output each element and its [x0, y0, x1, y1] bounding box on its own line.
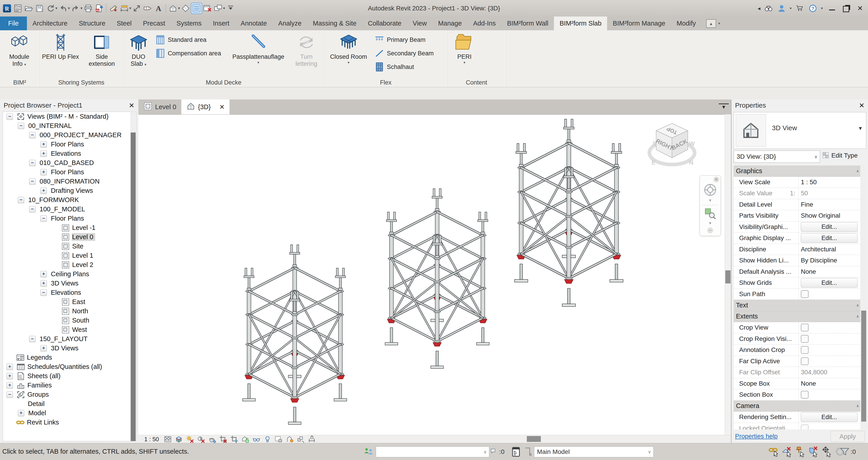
section-collapse-icon[interactable]: ∧ [856, 314, 859, 319]
modify-button[interactable] [132, 3, 142, 13]
secondary-beam-button[interactable]: Secondary Beam [373, 46, 446, 60]
sun-path-button[interactable] [186, 435, 194, 443]
project-browser-header[interactable]: Project Browser - Project1 ✕ [0, 99, 138, 111]
worksharing-icon[interactable] [363, 447, 374, 457]
property-value[interactable] [798, 322, 860, 333]
view-tab-level-0[interactable]: Level 0 [138, 99, 181, 114]
search-icon[interactable] [764, 3, 774, 13]
steering-wheel-caret-icon[interactable]: ▾ [709, 198, 711, 203]
tree-item-100-f-model[interactable]: −100_F_MODEL [3, 204, 136, 214]
tree-item-floor-plans[interactable]: +Floor Plans [3, 140, 136, 149]
tab-annotate[interactable]: Annotate [235, 17, 273, 30]
checkbox[interactable] [801, 335, 809, 343]
passplattenauflage-button[interactable]: Passplattenauflage▾ [227, 32, 289, 65]
property-value[interactable]: By Discipline [798, 255, 860, 266]
checkbox[interactable] [801, 357, 809, 365]
tab-systems[interactable]: Systems [171, 17, 207, 30]
restore-button[interactable] [840, 3, 852, 14]
visual-style-button[interactable] [175, 435, 183, 443]
scaffold-tower[interactable] [385, 189, 489, 368]
property-value[interactable]: None [798, 266, 860, 277]
active-workset-select[interactable]: ∨ [376, 447, 489, 457]
tree-item-revit-links[interactable]: Revit Links [3, 418, 136, 427]
tree-toggle-icon[interactable]: + [40, 271, 47, 277]
standard-area-button[interactable]: Standard area [154, 33, 227, 46]
project-browser-close-icon[interactable]: ✕ [127, 101, 136, 110]
property-value[interactable]: None [798, 378, 860, 389]
closed-room-button[interactable]: Closed Room▾ [324, 32, 373, 65]
reveal-constraints-button[interactable] [308, 435, 316, 443]
checkbox[interactable] [801, 324, 809, 331]
checkbox[interactable] [801, 425, 809, 429]
zoom-icon[interactable] [704, 207, 717, 220]
steering-wheel-icon[interactable] [703, 183, 718, 197]
tree-item-east[interactable]: East [3, 297, 136, 306]
property-value[interactable]: 304,8000 [798, 367, 860, 378]
tree-item-drafting-views[interactable]: +Drafting Views [3, 186, 136, 195]
unlocked-3d-view-button[interactable] [242, 435, 250, 443]
module-info-button[interactable]: ModuleInfo ▾ [0, 32, 38, 68]
help-caret-icon[interactable]: ▾ [821, 6, 823, 10]
collapse-infocenter-icon[interactable]: ◂ [758, 5, 761, 11]
properties-scrollbar[interactable] [861, 165, 867, 429]
property-section-graphics[interactable]: Graphics∧ [734, 165, 860, 177]
tree-item-level-2[interactable]: Level 2 [3, 260, 136, 269]
sign-in-icon[interactable] [777, 3, 786, 13]
detail-level-button[interactable] [164, 435, 172, 443]
save-button[interactable] [34, 3, 45, 13]
temporary-hide-isolate-button[interactable] [253, 435, 261, 443]
tree-toggle-icon[interactable]: + [6, 364, 13, 370]
checkbox[interactable] [801, 290, 809, 298]
tree-item-080-information[interactable]: −080_INFORMATION [3, 177, 136, 186]
section-button[interactable] [180, 3, 191, 13]
editing-requests-icon[interactable] [489, 447, 498, 457]
property-value[interactable]: Edit... [798, 222, 860, 233]
property-value[interactable] [798, 333, 860, 344]
tab-structure[interactable]: Structure [73, 17, 111, 30]
tab-architecture[interactable]: Architecture [27, 17, 73, 30]
sign-in-caret-icon[interactable]: ▾ [790, 6, 792, 10]
tree-toggle-icon[interactable]: − [40, 290, 47, 296]
aligned-dimension-button[interactable] [119, 3, 129, 13]
tree-toggle-icon[interactable]: − [6, 392, 13, 398]
property-section-extents[interactable]: Extents∧ [734, 311, 860, 322]
properties-close-icon[interactable]: ✕ [857, 101, 866, 110]
crop-region-visibility-button[interactable] [230, 435, 239, 443]
property-section-camera[interactable]: Camera∧ [734, 400, 860, 412]
close-button[interactable]: ✕ [854, 3, 866, 14]
schalhaut-button[interactable]: Schalhaut [373, 60, 446, 74]
open-button[interactable] [24, 3, 34, 13]
tree-toggle-icon[interactable]: + [40, 141, 47, 147]
editable-only-icon[interactable] [510, 447, 521, 457]
tree-item-model[interactable]: +Model [3, 408, 136, 418]
sync-with-central-caret-icon[interactable]: ▾ [55, 6, 57, 11]
tree-item-010-cad-based[interactable]: −010_CAD_BASED [3, 158, 136, 167]
view-tab-close-icon[interactable]: ✕ [219, 103, 224, 111]
app-store-cart-icon[interactable] [795, 3, 805, 13]
tree-item-elevations[interactable]: −Elevations [3, 288, 136, 297]
section-collapse-icon[interactable]: ∧ [856, 169, 859, 173]
switch-windows-caret-icon[interactable]: ▾ [223, 6, 225, 11]
tree-item-level-1[interactable]: Level -1 [3, 223, 136, 232]
tree-toggle-icon[interactable]: − [29, 336, 35, 342]
tab-manage[interactable]: Manage [433, 17, 468, 30]
tab-insert[interactable]: Insert [207, 17, 235, 30]
displacement-sets-button[interactable] [297, 435, 305, 443]
vertical-scrollbar[interactable] [725, 114, 731, 435]
application-button-button[interactable]: R [2, 3, 12, 13]
tree-item-west[interactable]: West [3, 325, 136, 334]
tree-toggle-icon[interactable]: − [29, 178, 35, 185]
edit-button[interactable]: Edit... [801, 233, 858, 243]
instance-caret-icon[interactable]: ∨ [814, 154, 817, 159]
customize-qat-button[interactable] [225, 3, 236, 13]
property-value[interactable] [798, 289, 860, 300]
tree-toggle-icon[interactable]: − [29, 132, 35, 138]
tab-analyze[interactable]: Analyze [273, 17, 307, 30]
apply-button[interactable]: Apply [831, 431, 865, 442]
ui-menu-button[interactable] [13, 3, 23, 13]
property-value[interactable]: Edit... [798, 233, 860, 244]
tab-file[interactable]: File [0, 17, 27, 30]
scaffold-tower[interactable] [515, 119, 623, 306]
tree-item-level-1[interactable]: Level 1 [3, 251, 136, 260]
tree-toggle-icon[interactable]: − [40, 216, 47, 222]
